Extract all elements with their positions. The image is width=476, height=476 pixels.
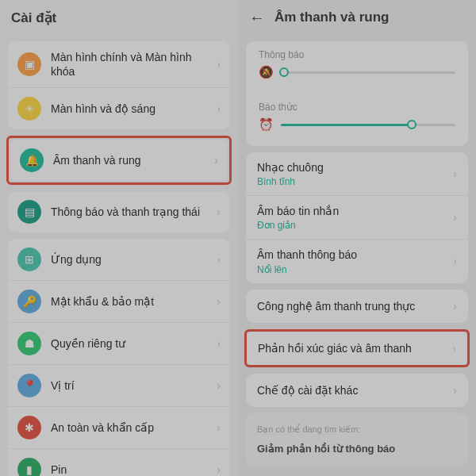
setting-row[interactable]: Chế độ cài đặt khác › bbox=[246, 374, 468, 407]
settings-group: ▤ Thông báo và thanh trạng thái › bbox=[8, 191, 230, 232]
chevron-right-icon: › bbox=[217, 295, 221, 308]
volume-section: Thông báo 🔕 Báo thức ⏰ bbox=[246, 41, 468, 146]
chevron-right-icon: › bbox=[217, 463, 221, 476]
settings-group: ⊞ Ứng dụng › 🔑 Mật khẩu & bảo mật › ☗ Qu… bbox=[8, 239, 230, 476]
settings-row[interactable]: 🔑 Mật khẩu & bảo mật › bbox=[8, 280, 230, 322]
highlighted-row: 🔔 Âm thanh và rung › bbox=[6, 136, 232, 185]
right-header: ← Âm thanh và rung bbox=[238, 0, 476, 35]
ringtone-section: Nhạc chuông Bình tĩnh › Âm báo tin nhắn … bbox=[246, 152, 468, 283]
row-label: An toàn và khẩn cấp bbox=[51, 420, 217, 435]
row-label: Màn hình chính và Màn hình khóa bbox=[51, 50, 217, 79]
settings-row[interactable]: ✱ An toàn và khẩn cấp › bbox=[8, 406, 230, 448]
chevron-right-icon: › bbox=[453, 211, 457, 224]
chevron-right-icon: › bbox=[217, 421, 221, 434]
search-hint: Bạn có thể đang tìm kiếm: Giảm phản hồi … bbox=[246, 413, 468, 466]
bell-icon: 🔔 bbox=[20, 148, 44, 172]
row-label: Pin bbox=[51, 463, 217, 476]
setting-row[interactable]: Phản hồi xúc giác và âm thanh › bbox=[247, 332, 467, 365]
image-icon: ▣ bbox=[17, 52, 41, 76]
row-label: Vị trí bbox=[51, 378, 217, 393]
chevron-right-icon: › bbox=[453, 167, 457, 180]
row-label: Công nghệ âm thanh trung thực bbox=[257, 300, 453, 313]
emergency-icon: ✱ bbox=[17, 416, 41, 440]
settings-group: ▣ Màn hình chính và Màn hình khóa › ☀ Mà… bbox=[8, 41, 230, 129]
settings-group: Chế độ cài đặt khác › bbox=[246, 374, 468, 407]
settings-row[interactable]: ☗ Quyền riêng tư › bbox=[8, 322, 230, 364]
slider-label: Báo thức bbox=[259, 102, 455, 113]
row-label: Ứng dụng bbox=[51, 252, 217, 267]
lock-icon: 🔑 bbox=[17, 290, 41, 313]
row-label: Phản hồi xúc giác và âm thanh bbox=[258, 342, 452, 355]
row-value: Bình tĩnh bbox=[257, 176, 295, 187]
settings-row[interactable]: ▤ Thông báo và thanh trạng thái › bbox=[8, 191, 230, 232]
volume-slider-group: Báo thức ⏰ bbox=[246, 94, 468, 146]
row-label: Quyền riêng tư bbox=[51, 336, 217, 351]
chevron-right-icon: › bbox=[214, 154, 218, 167]
chevron-right-icon: › bbox=[217, 337, 221, 350]
row-value: Nổi lên bbox=[257, 264, 287, 275]
left-header: Cài đặt bbox=[0, 0, 238, 35]
location-icon: 📍 bbox=[17, 374, 41, 397]
chevron-right-icon: › bbox=[217, 58, 221, 71]
settings-row[interactable]: 🔔 Âm thanh và rung › bbox=[10, 140, 228, 181]
chevron-right-icon: › bbox=[453, 300, 457, 313]
sound-setting-row[interactable]: Âm thanh thông báo Nổi lên › bbox=[246, 239, 468, 282]
bell-off-icon: 🔕 bbox=[259, 65, 273, 79]
row-label: Màn hình và độ sáng bbox=[51, 102, 217, 116]
volume-slider[interactable] bbox=[281, 71, 455, 74]
chevron-right-icon: › bbox=[217, 253, 221, 266]
battery-icon: ▮ bbox=[17, 458, 41, 476]
slider-label: Thông báo bbox=[259, 49, 455, 60]
chevron-right-icon: › bbox=[453, 255, 457, 267]
settings-row[interactable]: ☀ Màn hình và độ sáng › bbox=[8, 87, 230, 129]
row-label: Mật khẩu & bảo mật bbox=[51, 294, 217, 309]
row-value: Đơn giản bbox=[257, 220, 296, 231]
apps-icon: ⊞ bbox=[17, 248, 41, 271]
page-title: Cài đặt bbox=[11, 10, 56, 26]
chevron-right-icon: › bbox=[453, 384, 457, 397]
chevron-right-icon: › bbox=[217, 379, 221, 392]
back-arrow-icon[interactable]: ← bbox=[249, 9, 265, 27]
settings-panel: Cài đặt ▣ Màn hình chính và Màn hình khó… bbox=[0, 0, 238, 476]
row-label: Âm thanh và rung bbox=[53, 153, 214, 167]
sound-panel: ← Âm thanh và rung Thông báo 🔕 Báo thức … bbox=[238, 0, 476, 476]
settings-row[interactable]: ⊞ Ứng dụng › bbox=[8, 239, 230, 280]
highlighted-row: Phản hồi xúc giác và âm thanh › bbox=[244, 329, 470, 367]
setting-row[interactable]: Công nghệ âm thanh trung thực › bbox=[246, 290, 468, 323]
chevron-right-icon: › bbox=[217, 102, 221, 115]
volume-slider[interactable] bbox=[281, 124, 455, 126]
volume-slider-group: Thông báo 🔕 bbox=[246, 41, 468, 94]
row-label: Âm báo tin nhắn bbox=[257, 204, 339, 218]
row-label: Thông báo và thanh trạng thái bbox=[51, 205, 217, 219]
row-label: Nhạc chuông bbox=[257, 160, 324, 175]
hint-text: Giảm phản hồi từ thông báo bbox=[257, 443, 457, 455]
notification-icon: ▤ bbox=[17, 200, 41, 224]
page-title: Âm thanh và rung bbox=[274, 10, 390, 25]
sound-setting-row[interactable]: Nhạc chuông Bình tĩnh › bbox=[246, 152, 468, 195]
sound-setting-row[interactable]: Âm báo tin nhắn Đơn giản › bbox=[246, 195, 468, 239]
settings-group: Công nghệ âm thanh trung thực › bbox=[246, 290, 468, 323]
chevron-right-icon: › bbox=[452, 342, 456, 355]
row-label: Âm thanh thông báo bbox=[257, 248, 357, 262]
row-label: Chế độ cài đặt khác bbox=[257, 384, 453, 397]
settings-row[interactable]: 📍 Vị trí › bbox=[8, 364, 230, 406]
settings-row[interactable]: ▣ Màn hình chính và Màn hình khóa › bbox=[8, 41, 230, 87]
brightness-icon: ☀ bbox=[17, 97, 41, 121]
settings-row[interactable]: ▮ Pin › bbox=[8, 448, 230, 476]
privacy-icon: ☗ bbox=[17, 332, 41, 355]
chevron-right-icon: › bbox=[217, 205, 221, 218]
alarm-icon: ⏰ bbox=[259, 117, 273, 132]
hint-label: Bạn có thể đang tìm kiếm: bbox=[257, 424, 457, 435]
